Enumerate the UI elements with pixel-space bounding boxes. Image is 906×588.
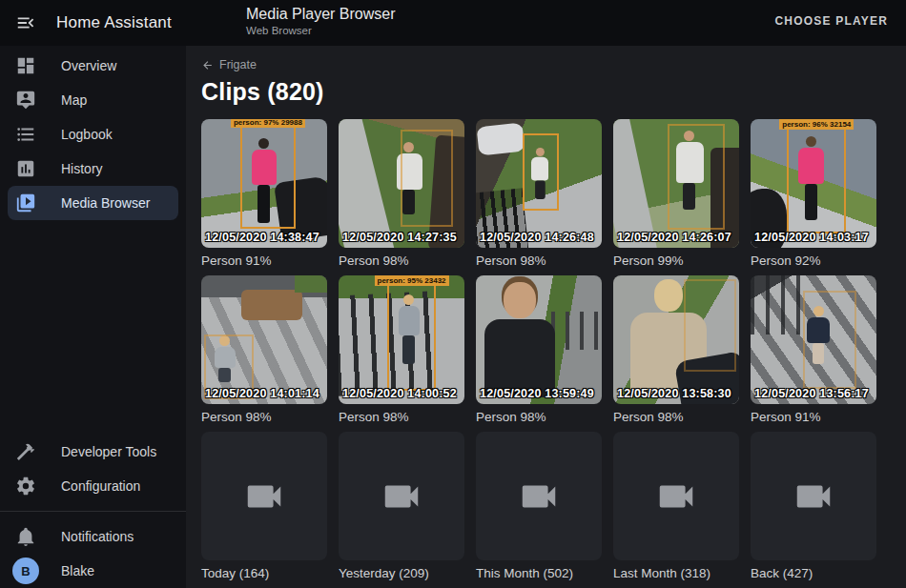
page-header: Media Player Browser Web Browser: [246, 6, 396, 36]
clip-item[interactable]: 12/05/2020 13:58:30 Person 98%: [613, 275, 739, 424]
media-player-subtitle: Web Browser: [246, 25, 396, 36]
play-box-multiple-icon: [15, 193, 36, 213]
folder-item-yesterday[interactable]: Yesterday (209): [339, 432, 464, 580]
folder-tile[interactable]: [339, 432, 464, 560]
clip-caption: Person 91%: [201, 253, 327, 268]
dashboard-icon: [15, 55, 36, 76]
detection-box-label: person: 97% 29988: [231, 119, 305, 128]
sidebar-item-label: Logbook: [61, 127, 113, 142]
clip-caption: Person 98%: [339, 410, 464, 424]
detection-box-label: person: 96% 32154: [779, 119, 854, 130]
detection-box: person: 95% 23432: [387, 284, 435, 391]
clip-thumbnail[interactable]: person: 96% 32154 12/05/2020 14:03:17: [751, 119, 876, 248]
sidebar: Overview Map Logbook History Media Brows…: [0, 46, 186, 588]
page-title: Clips (820): [201, 78, 878, 106]
folder-caption: Last Month (318): [613, 566, 739, 580]
folder-tile[interactable]: [613, 432, 739, 560]
map-tooltip-account-icon: [15, 90, 36, 111]
video-camera-icon: [517, 475, 561, 518]
detection-box: person: 96% 32154: [787, 128, 846, 233]
video-camera-icon: [792, 475, 835, 518]
folder-caption: Today (164): [201, 566, 327, 580]
home-assistant-window: Home Assistant Media Player Browser Web …: [0, 0, 906, 588]
detection-box: [803, 291, 855, 389]
sidebar-item-configuration[interactable]: Configuration: [0, 469, 186, 503]
video-camera-icon: [380, 475, 423, 518]
folder-caption: Yesterday (209): [339, 566, 464, 580]
clip-thumbnail[interactable]: 12/05/2020 14:26:07: [613, 119, 739, 248]
avatar: B: [12, 558, 39, 584]
media-browser-content: Frigate Clips (820) person: 97% 29988 12…: [186, 46, 906, 588]
menu-open-icon[interactable]: [13, 10, 38, 35]
clips-grid: person: 97% 29988 12/05/2020 14:38:47 Pe…: [201, 119, 878, 580]
timestamp-overlay: 12/05/2020 13:56:17: [754, 387, 869, 400]
clip-caption: Person 98%: [339, 253, 464, 268]
sidebar-item-label: Notifications: [61, 529, 134, 544]
choose-player-button[interactable]: CHOOSE PLAYER: [769, 13, 894, 29]
video-camera-icon: [654, 475, 698, 518]
top-bar: Home Assistant Media Player Browser Web …: [0, 0, 906, 46]
folder-tile[interactable]: [751, 432, 876, 560]
sidebar-item-map[interactable]: Map: [0, 83, 186, 117]
sidebar-item-user[interactable]: B Blake: [0, 554, 186, 588]
hammer-icon: [15, 441, 36, 462]
sidebar-item-label: Map: [61, 92, 87, 108]
clip-caption: Person 99%: [613, 253, 739, 268]
folder-item-back[interactable]: Back (427): [751, 432, 876, 580]
person-figure: [484, 282, 556, 397]
clip-item[interactable]: 12/05/2020 14:26:48 Person 98%: [476, 119, 602, 268]
sidebar-divider: [0, 511, 186, 512]
breadcrumb-label: Frigate: [219, 58, 257, 71]
sidebar-item-overview[interactable]: Overview: [0, 49, 186, 83]
sidebar-item-label: Configuration: [61, 478, 140, 494]
detection-box-label: person: 95% 23432: [375, 275, 449, 286]
detection-box: [668, 124, 726, 230]
clip-thumbnail[interactable]: 12/05/2020 14:27:35: [339, 119, 464, 248]
gear-icon: [15, 476, 36, 497]
sidebar-item-label: Media Browser: [61, 195, 150, 211]
sidebar-item-logbook[interactable]: Logbook: [0, 117, 186, 152]
sidebar-item-media-browser[interactable]: Media Browser: [8, 186, 178, 220]
folder-item-last-month[interactable]: Last Month (318): [613, 432, 739, 580]
clip-item[interactable]: 12/05/2020 13:59:49 Person 98%: [476, 275, 602, 424]
app-title: Home Assistant: [56, 13, 172, 32]
detection-box: [523, 133, 559, 211]
sidebar-item-label: Developer Tools: [61, 444, 156, 459]
timestamp-overlay: 12/05/2020 14:27:35: [342, 231, 457, 244]
clip-item[interactable]: 12/05/2020 14:27:35 Person 98%: [339, 119, 464, 268]
chart-box-icon: [15, 158, 36, 179]
timestamp-overlay: 12/05/2020 13:58:30: [617, 387, 731, 400]
folder-caption: This Month (502): [476, 566, 602, 580]
clip-item[interactable]: 12/05/2020 13:56:17 Person 91%: [751, 275, 876, 424]
media-player-title: Media Player Browser: [246, 6, 396, 23]
clip-thumbnail[interactable]: 12/05/2020 13:58:30: [613, 275, 739, 404]
timestamp-overlay: 12/05/2020 14:38:47: [205, 231, 319, 244]
clip-item[interactable]: person: 95% 23432 12/05/2020 14:00:52 Pe…: [339, 275, 464, 424]
clip-thumbnail[interactable]: 12/05/2020 13:59:49: [476, 275, 602, 404]
clip-item[interactable]: person: 96% 32154 12/05/2020 14:03:17 Pe…: [751, 119, 876, 268]
sidebar-item-developer-tools[interactable]: Developer Tools: [0, 435, 186, 469]
sidebar-item-label: Overview: [61, 58, 116, 73]
breadcrumb-back[interactable]: Frigate: [201, 58, 878, 71]
clip-caption: Person 98%: [613, 410, 739, 424]
folder-item-today[interactable]: Today (164): [201, 432, 327, 580]
video-camera-icon: [242, 475, 286, 518]
sidebar-item-history[interactable]: History: [0, 152, 186, 186]
clip-item[interactable]: 12/05/2020 14:01:14 Person 98%: [201, 275, 327, 424]
clip-item[interactable]: person: 97% 29988 12/05/2020 14:38:47 Pe…: [201, 119, 327, 268]
sidebar-item-label: History: [61, 161, 103, 176]
clip-thumbnail[interactable]: person: 95% 23432 12/05/2020 14:00:52: [339, 275, 464, 404]
clip-thumbnail[interactable]: person: 97% 29988 12/05/2020 14:38:47: [201, 119, 327, 248]
clip-caption: Person 91%: [751, 410, 876, 424]
timestamp-overlay: 12/05/2020 14:26:07: [617, 231, 731, 244]
folder-tile[interactable]: [476, 432, 602, 560]
folder-tile[interactable]: [201, 432, 327, 560]
sidebar-item-notifications[interactable]: Notifications: [0, 519, 186, 554]
clip-thumbnail[interactable]: 12/05/2020 14:26:48: [476, 119, 602, 248]
folder-item-this-month[interactable]: This Month (502): [476, 432, 602, 580]
clip-thumbnail[interactable]: 12/05/2020 13:56:17: [751, 275, 876, 404]
clip-thumbnail[interactable]: 12/05/2020 14:01:14: [201, 275, 327, 404]
clip-item[interactable]: 12/05/2020 14:26:07 Person 99%: [613, 119, 739, 268]
folder-caption: Back (427): [751, 566, 876, 580]
clip-caption: Person 98%: [476, 410, 602, 424]
